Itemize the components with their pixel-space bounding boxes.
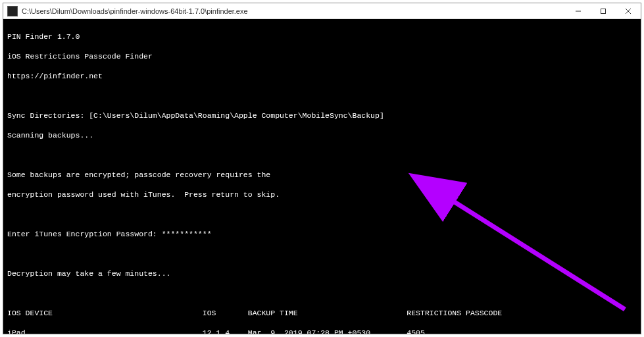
maximize-icon [600,8,607,14]
blank-line [7,249,637,259]
blank-line [7,288,637,298]
app-icon [7,6,18,16]
blank-line [7,209,637,219]
close-button[interactable] [616,3,641,18]
svg-rect-1 [601,9,606,13]
blank-line [7,150,637,160]
sync-dir-line: Sync Directories: [C:\Users\Dilum\AppDat… [7,111,637,120]
window-controls [566,3,641,18]
password-prompt: Enter iTunes Encryption Password: ******… [7,229,637,239]
header-line: PIN Finder 1.7.0 [7,32,637,41]
maximize-button[interactable] [591,3,616,18]
blank-line [7,91,637,101]
table-header: IOS DEVICE IOS BACKUP TIME RESTRICTIONS … [7,308,637,318]
table-row: iPad 12.1.4 Mar 9, 2019 07:28 PM +0530 4… [7,328,637,334]
titlebar[interactable]: C:\Users\Dilum\Downloads\pinfinder-windo… [3,3,641,19]
window-title: C:\Users\Dilum\Downloads\pinfinder-windo… [22,7,566,15]
header-line: https://pinfinder.net [7,71,637,81]
scanning-line: Scanning backups... [7,130,637,140]
encrypted-msg: Some backups are encrypted; passcode rec… [7,170,637,180]
close-icon [625,8,632,14]
encrypted-msg: encryption password used with iTunes. Pr… [7,190,637,199]
console-output[interactable]: PIN Finder 1.7.0 iOS Restrictions Passco… [3,19,641,334]
minimize-icon [575,8,582,14]
minimize-button[interactable] [566,3,591,18]
header-line: iOS Restrictions Passcode Finder [7,51,637,61]
app-window: C:\Users\Dilum\Downloads\pinfinder-windo… [3,3,641,334]
decrypting-line: Decryption may take a few minutes... [7,269,637,278]
